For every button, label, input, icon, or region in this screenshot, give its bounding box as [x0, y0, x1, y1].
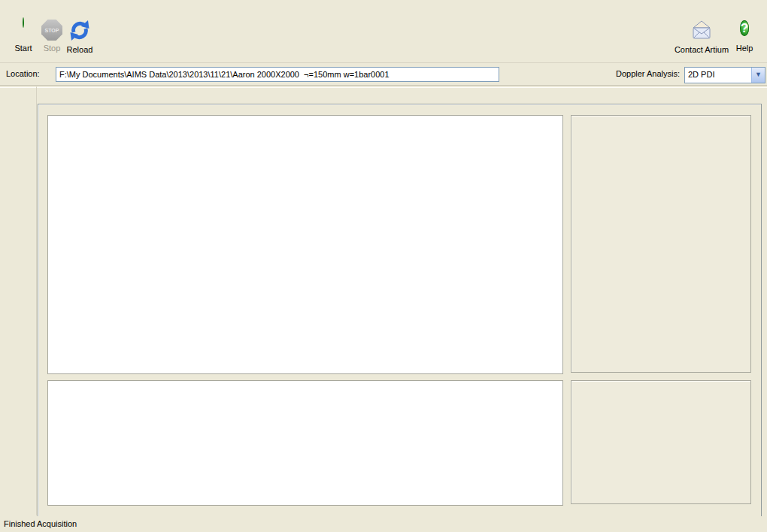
aims-application-window: { "window": { "status": "Finished Acquis…: [0, 0, 767, 532]
pvc-diameter-histogram-svg: [48, 116, 561, 372]
status-text: Finished Acquisition: [4, 519, 77, 528]
location-row: Location: Doppler Analysis: 2D PDI ▼: [0, 63, 767, 85]
toolbar: Start STOP Stop Reload Contact Artium: [0, 14, 767, 63]
toolbar-separator: [0, 85, 767, 88]
envelope-icon: [690, 18, 714, 42]
help-button-label: Help: [728, 44, 761, 53]
status-bar: Finished Acquisition: [0, 516, 767, 532]
help-icon: ?: [740, 20, 749, 36]
pvc-diameter-histogram-chart: [47, 115, 563, 374]
reload-icon: [68, 18, 92, 42]
velocity-statistics-panel: [571, 380, 751, 504]
doppler-analysis-dropdown[interactable]: 2D PDI ▼: [684, 67, 765, 83]
chevron-down-icon[interactable]: ▼: [751, 68, 765, 83]
menu-bar: [0, 0, 767, 14]
pvc-statistics-panel: [571, 115, 751, 373]
doppler-analysis-value: 2D PDI: [685, 68, 751, 83]
velocity-histogram-chart: [47, 380, 563, 506]
left-sidebar: [0, 86, 37, 515]
contact-artium-label: Contact Artium: [673, 45, 730, 54]
tab-content-panel: [38, 104, 762, 517]
velocity-histogram-svg: [48, 381, 561, 503]
start-icon: [23, 17, 24, 28]
doppler-analysis-label: Doppler Analysis:: [571, 69, 680, 78]
location-input[interactable]: [56, 67, 499, 82]
location-label: Location:: [6, 69, 40, 78]
contact-artium-button[interactable]: Contact Artium: [673, 18, 730, 54]
reload-button-label: Reload: [58, 45, 102, 54]
reload-button[interactable]: Reload: [58, 18, 102, 54]
help-button[interactable]: ? Help: [728, 18, 761, 53]
